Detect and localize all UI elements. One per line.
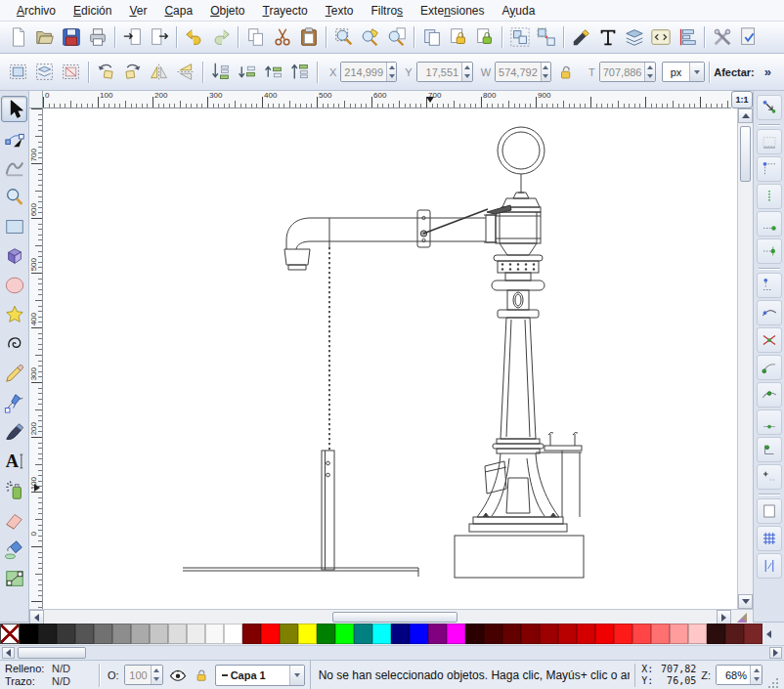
palette-swatch-31[interactable] <box>577 624 595 644</box>
clone-button[interactable] <box>445 24 471 51</box>
rotate-cw-button[interactable] <box>119 59 146 85</box>
snap-bbox-button[interactable] <box>757 129 782 154</box>
palette-swatch-4[interactable] <box>75 624 94 644</box>
scroll-left-button[interactable] <box>29 610 44 624</box>
zoom-spinner[interactable] <box>750 666 762 684</box>
palette-swatch-19[interactable] <box>354 624 372 644</box>
palette-swatch-13[interactable] <box>242 624 261 644</box>
snap-node-button[interactable] <box>757 273 782 298</box>
undo-button[interactable] <box>181 24 207 51</box>
raise-button[interactable] <box>260 59 286 85</box>
pencil-tool-button[interactable] <box>1 360 27 386</box>
snap-bbox-center-button[interactable] <box>757 238 782 264</box>
palette-swatch-7[interactable] <box>131 624 150 644</box>
star-tool-button[interactable] <box>1 301 27 327</box>
snap-rotation-center-button[interactable] <box>757 464 782 490</box>
menu-capa[interactable]: Capa <box>155 1 201 21</box>
unit-selector-arrow-icon[interactable] <box>689 63 704 81</box>
ellipse-tool-button[interactable] <box>1 272 27 298</box>
menu-filtros[interactable]: Filtros <box>362 1 412 21</box>
lower-button[interactable] <box>234 59 260 85</box>
new-button[interactable] <box>5 24 31 51</box>
palette-swatch-30[interactable] <box>558 624 577 644</box>
palette-swatch-26[interactable] <box>484 624 502 644</box>
x-field[interactable]: 214,999 <box>340 62 397 82</box>
align-dialog-button[interactable] <box>674 24 700 51</box>
vertical-scrollbar-thumb[interactable] <box>740 126 751 182</box>
palette-swatch-29[interactable] <box>540 624 558 644</box>
scroll-down-button[interactable] <box>738 594 753 609</box>
save-button[interactable] <box>58 24 84 51</box>
palette-swatch-11[interactable] <box>205 624 224 644</box>
group-button[interactable] <box>506 24 533 51</box>
vertical-scrollbar[interactable] <box>737 108 753 609</box>
rectangle-tool-button[interactable] <box>1 213 27 239</box>
palette-swatch-21[interactable] <box>391 624 410 644</box>
open-button[interactable] <box>31 24 58 51</box>
palette-swatch-22[interactable] <box>410 624 428 644</box>
paste-button[interactable] <box>295 24 322 51</box>
palette-swatch-37[interactable] <box>688 624 707 644</box>
palette-swatch-9[interactable] <box>168 624 187 644</box>
deselect-button[interactable] <box>58 59 84 85</box>
layers-dialog-button[interactable] <box>621 24 647 51</box>
lower-bottom-button[interactable] <box>207 59 234 85</box>
layer-selector[interactable]: Capa 1 <box>215 665 305 686</box>
drawing-canvas[interactable] <box>43 108 737 609</box>
palette-scroll-right-button[interactable] <box>769 647 782 659</box>
bezier-pen-tool-button[interactable] <box>1 389 27 415</box>
unit-selector[interactable]: px <box>662 62 706 82</box>
menu-trayecto[interactable]: Trayecto <box>254 1 317 21</box>
cut-button[interactable] <box>269 24 295 51</box>
snap-guide-button[interactable] <box>757 553 782 579</box>
palette-scrollbar[interactable] <box>0 645 784 660</box>
box-3d-tool-button[interactable] <box>1 242 27 269</box>
zoom-selection-button[interactable] <box>330 24 357 51</box>
menu-archivo[interactable]: Archivo <box>8 1 65 21</box>
palette-swatch-14[interactable] <box>261 624 280 644</box>
tweak-tool-button[interactable] <box>1 154 27 181</box>
menu-edicion[interactable]: Edición <box>65 1 120 21</box>
zoom-level-field[interactable]: 68% <box>716 665 762 685</box>
snap-object-center-button[interactable] <box>757 437 782 462</box>
palette-swatch-36[interactable] <box>670 624 688 644</box>
palette-swatch-25[interactable] <box>465 624 484 644</box>
snap-bbox-corner-button[interactable] <box>757 156 782 182</box>
export-button[interactable] <box>146 24 172 51</box>
palette-swatch-5[interactable] <box>94 624 112 644</box>
palette-swatch-16[interactable] <box>298 624 317 644</box>
menu-extensiones[interactable]: Extensiones <box>412 1 493 21</box>
gradient-tool-button[interactable] <box>1 565 27 591</box>
selector-tool-button[interactable] <box>1 96 27 122</box>
opacity-spinner[interactable] <box>151 666 162 684</box>
resize-grip[interactable] <box>767 677 779 689</box>
lock-ratio-icon[interactable] <box>557 64 575 81</box>
eraser-tool-button[interactable] <box>1 506 27 533</box>
fill-stroke-button[interactable] <box>568 24 594 51</box>
snap-bbox-edge-button[interactable] <box>757 184 782 209</box>
spiral-tool-button[interactable] <box>1 330 27 357</box>
flip-v-button[interactable] <box>172 59 198 85</box>
zoom-page-button[interactable] <box>383 24 410 51</box>
palette-swatch-38[interactable] <box>707 624 725 644</box>
palette-scrollbar-thumb[interactable] <box>18 647 86 659</box>
palette-swatch-33[interactable] <box>614 624 632 644</box>
palette-swatch-27[interactable] <box>502 624 521 644</box>
palette-swatch-24[interactable] <box>447 624 465 644</box>
palette-swatch-35[interactable] <box>651 624 670 644</box>
doc-properties-button[interactable] <box>735 24 762 51</box>
palette-swatch-2[interactable] <box>38 624 57 644</box>
palette-swatch-1[interactable] <box>20 624 38 644</box>
node-editor-tool-button[interactable] <box>1 125 27 151</box>
palette-swatch-40[interactable] <box>744 624 762 644</box>
opacity-field[interactable]: 100 <box>124 665 163 685</box>
palette-swatch-28[interactable] <box>521 624 540 644</box>
layer-selector-arrow-icon[interactable] <box>289 666 304 685</box>
palette-swatch-32[interactable] <box>595 624 614 644</box>
rotate-ccw-button[interactable] <box>93 59 119 85</box>
horizontal-scrollbar-thumb[interactable] <box>332 612 457 623</box>
palette-swatch-10[interactable] <box>187 624 205 644</box>
palette-swatch-none[interactable] <box>0 624 20 644</box>
y-field[interactable]: 17,551 <box>416 62 473 82</box>
vertical-ruler[interactable]: 7006005004003002001000 <box>29 108 43 609</box>
